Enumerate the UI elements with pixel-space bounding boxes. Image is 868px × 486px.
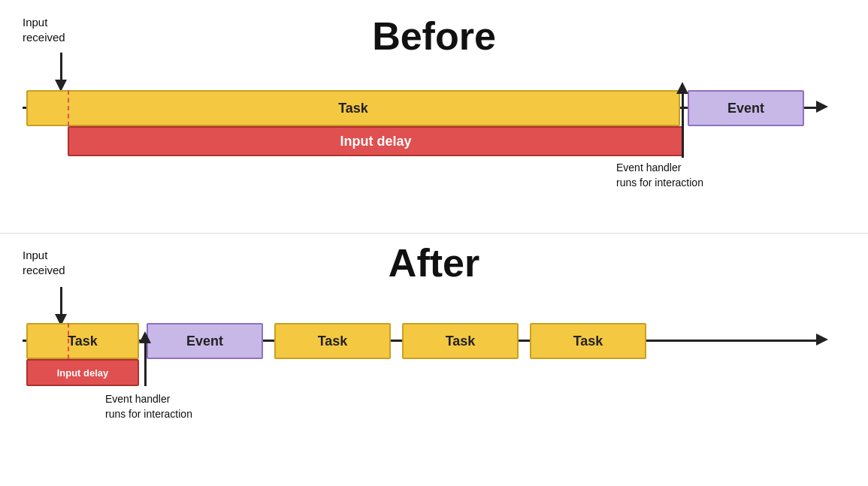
before-event-bar: Event (688, 90, 804, 126)
after-input-arrow-line (60, 287, 62, 315)
after-connector-2 (263, 340, 274, 342)
after-dashed-line (68, 323, 69, 359)
after-task-bar-1: Task (26, 323, 139, 359)
after-event-handler-label: Event handler runs for interaction (105, 392, 192, 421)
before-task-bar: Task (26, 90, 680, 126)
before-timeline-arrow (816, 101, 828, 113)
after-event-bar: Event (147, 323, 263, 359)
after-input-received-label: Input received (23, 248, 65, 277)
after-task-bar-2: Task (274, 323, 391, 359)
after-connector-1 (139, 340, 147, 342)
before-event-handler-arrow (676, 82, 688, 94)
after-input-delay-bar: Input delay (26, 359, 139, 386)
before-input-arrow-line (60, 53, 62, 81)
before-title: Before (0, 14, 868, 59)
before-event-handler-label: Event handler runs for interaction (616, 161, 703, 190)
before-dashed-line (68, 90, 69, 126)
after-timeline-arrow (816, 334, 828, 346)
before-event-handler-line (682, 90, 684, 158)
after-task-bar-4: Task (530, 323, 646, 359)
diagram-container: Before Input received Task Input delay E… (0, 0, 868, 486)
section-divider (0, 233, 868, 234)
after-connector-3 (391, 340, 402, 342)
after-connector-4 (519, 340, 530, 342)
before-input-received-label: Input received (23, 15, 65, 44)
after-task-bar-3: Task (402, 323, 519, 359)
before-input-delay-bar: Input delay (68, 126, 684, 156)
after-event-handler-line (144, 340, 147, 386)
after-title: After (0, 240, 868, 285)
